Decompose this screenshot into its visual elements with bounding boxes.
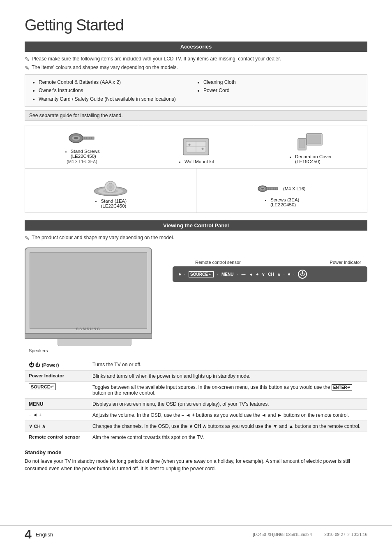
accessories-list-box: Remote Control & Batteries (AAA x 2) Own… — [25, 74, 367, 107]
page-title: Getting Started — [25, 16, 367, 34]
page: Getting Started Accessories ✎ Please mak… — [0, 0, 392, 543]
note-icon-2: ✎ — [25, 65, 30, 71]
table-row: MENU Displays an on-screen menu, the OSD… — [25, 399, 367, 410]
list-item: Remote Control & Batteries (AAA x 2) — [39, 78, 196, 86]
note-icon-3: ✎ — [25, 235, 30, 241]
svg-rect-17 — [299, 140, 305, 148]
svg-point-26 — [261, 188, 264, 189]
feature-table: ⏻ ⏻ (Power) Turns the TV on or off. Powe… — [25, 359, 367, 443]
standby-title: Standby mode — [25, 449, 367, 455]
svg-point-23 — [109, 185, 112, 189]
accessories-images: Stand Screws (LE22C450) (M4 X L16: 3EA) — [25, 125, 367, 213]
control-desc-powerind: Blinks and turns off when the power is o… — [88, 371, 367, 382]
menu-control: MENU — [221, 272, 233, 277]
control-panel-section: Viewing the Control Panel ✎ The product … — [25, 220, 367, 472]
ch-text: CH — [268, 272, 274, 277]
table-row: Remote control sensor Aim the remote con… — [25, 432, 367, 443]
wallmount-label: Wall Mount kit — [178, 159, 214, 164]
source-control: SOURCE ↵ — [189, 271, 214, 277]
control-key-vol: – ◄ + — [25, 410, 88, 421]
screw2-label: Screws (3EA) (LE22C450) — [264, 197, 299, 207]
date-info: 2010-09-27 ☞ 10:31:16 — [324, 532, 367, 537]
screw2-icon — [258, 182, 279, 195]
samsung-brand: SAMSUNG — [76, 327, 101, 331]
footer-file-info: [LC450-XH]BN68-02591L.indb 4 2010-09-27 … — [253, 532, 367, 537]
remote-sensor-dot — [179, 273, 181, 275]
table-row: Power Indicator Blinks and turns off whe… — [25, 371, 367, 382]
screws-label: Stand Screws (LE22C450) (M4 X L16: 3EA) — [64, 149, 100, 164]
table-row: ∨ CH ∧ Changes the channels. In the OSD,… — [25, 421, 367, 432]
list-item: Warranty Card / Safety Guide (Not availa… — [39, 95, 196, 103]
vol-minus-control: — — [241, 272, 245, 277]
stand-cell: Stand (1EA) (LE22C450) — [25, 169, 196, 213]
svg-point-12 — [189, 144, 191, 146]
tv-diagram-area: SAMSUNG Speakers Remote control sensor P… — [25, 247, 367, 353]
decorcover-icon — [296, 132, 324, 152]
control-desc-menu: Displays an on-screen menu, the OSD (on … — [88, 399, 367, 410]
footer: 4 English [LC450-XH]BN68-02591L.indb 4 2… — [0, 525, 392, 543]
accessories-image-row-2: Stand (1EA) (LE22C450) — [25, 169, 367, 213]
stand-icon — [92, 173, 129, 196]
page-number-box: 4 English — [25, 528, 53, 541]
remote-sensor-label: Remote control sensor — [195, 260, 241, 265]
standby-text: Do not leave your TV in standby mode for… — [25, 458, 367, 472]
accessories-col-left: Remote Control & Batteries (AAA x 2) Own… — [31, 78, 196, 103]
tv-body: SAMSUNG — [25, 247, 152, 334]
control-desc-vol: Adjusts the volume. In the OSD, use the … — [88, 410, 367, 421]
decorcover-label: Decoration Cover (LE19C450) — [288, 154, 332, 164]
svg-rect-15 — [308, 135, 321, 144]
language-label: English — [36, 531, 53, 538]
wallmount-cell: Wall Mount kit — [139, 125, 254, 168]
accessories-col-right: Cleaning Cloth Power Cord — [196, 78, 361, 103]
decorcover-cell: Decoration Cover (LE19C450) — [253, 125, 367, 168]
list-item: Power Cord — [203, 86, 361, 95]
tv-stand — [58, 339, 131, 346]
control-key-menu: MENU — [25, 399, 88, 410]
control-key-powerind: Power Indicator — [25, 371, 88, 382]
file-info: [LC450-XH]BN68-02591L.indb 4 — [253, 532, 312, 537]
accessories-section: Accessories ✎ Please make sure the follo… — [25, 42, 367, 213]
power-indicator-label: Power Indicator — [330, 260, 361, 265]
control-panel-header: Viewing the Control Panel — [25, 220, 367, 231]
vol-left-control: ◄ — [249, 272, 253, 277]
accessories-image-row-1: Stand Screws (LE22C450) (M4 X L16: 3EA) — [25, 125, 367, 169]
table-row: ⏻ ⏻ (Power) Turns the TV on or off. — [25, 359, 367, 371]
svg-point-13 — [202, 148, 204, 150]
control-labels-top: Remote control sensor Power Indicator — [173, 260, 367, 265]
power-indicator-dot — [288, 273, 290, 275]
ch-down-control: ∨ — [262, 272, 265, 277]
speakers-label: Speakers — [29, 348, 164, 353]
screw2-cell: (M4 X L16) Screws (3EA) (LE22C450) — [196, 169, 367, 213]
screws-cell: Stand Screws (LE22C450) (M4 X L16: 3EA) — [25, 125, 139, 168]
tv-screen — [30, 252, 147, 329]
standby-section: Standby mode Do not leave your TV in sta… — [25, 449, 367, 472]
control-desc-ch: Changes the channels. In the OSD, use th… — [88, 421, 367, 432]
control-key-ch: ∨ CH ∧ — [25, 421, 88, 432]
screw2-sub: (M4 X L16) — [283, 186, 305, 191]
ch-up-control: ∧ — [277, 272, 280, 277]
list-item: Owner's Instructions — [39, 86, 196, 95]
control-desc-remote: Aim the remote control towards this spot… — [88, 432, 367, 443]
control-key-source: SOURCE↵ — [25, 382, 88, 399]
tv-base-wide — [25, 334, 152, 339]
accessories-note2: ✎ The items' colours and shapes may vary… — [25, 65, 367, 71]
control-desc-source: Toggles between all the available input … — [88, 382, 367, 399]
accessories-note1: ✎ Please make sure the following items a… — [25, 56, 367, 62]
wallmount-icon — [181, 136, 211, 157]
control-key-power: ⏻ ⏻ (Power) — [25, 359, 88, 371]
screws-icon — [69, 129, 95, 147]
stand-label: Stand (1EA) (LE22C450) — [94, 199, 127, 208]
control-bar: · SOURCE ↵ · MENU · — ◄ + ∨ CH ∧ · — [173, 266, 367, 282]
page-number: 4 — [25, 528, 32, 541]
vol-plus-control: + — [256, 272, 258, 277]
stand-guide-bar: See separate guide for installing the st… — [25, 110, 367, 121]
control-desc-power: Turns the TV on or off. — [88, 359, 367, 371]
control-panel-note: ✎ The product colour and shape may vary … — [25, 235, 367, 241]
accessories-header: Accessories — [25, 42, 367, 52]
note-icon-1: ✎ — [25, 56, 30, 62]
table-row: SOURCE↵ Toggles between all the availabl… — [25, 382, 367, 399]
svg-point-2 — [74, 137, 78, 139]
power-button-icon: ⏻ — [298, 270, 307, 279]
table-row: – ◄ + Adjusts the volume. In the OSD, us… — [25, 410, 367, 421]
control-key-remote: Remote control sensor — [25, 432, 88, 443]
